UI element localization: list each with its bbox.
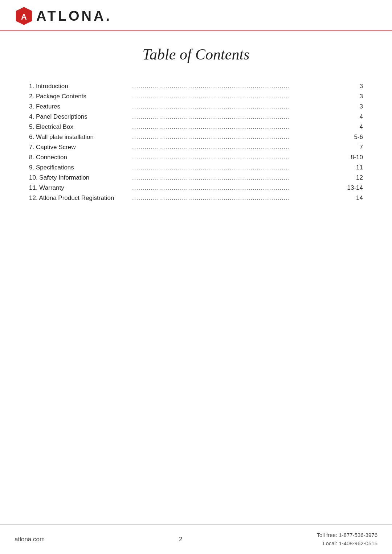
toc-item: 11. Warranty............................… — [29, 183, 363, 193]
toc-item-dots: ........................................… — [131, 164, 345, 171]
toc-item-page: 3 — [345, 93, 363, 100]
atlona-brand-name: ATLONA. — [36, 8, 112, 24]
toc-item-label: 11. Warranty — [29, 184, 131, 192]
toc-item-page: 13-14 — [345, 184, 363, 192]
toc-item-dots: ........................................… — [131, 184, 345, 192]
toc-item-page: 8-10 — [345, 154, 363, 161]
toc-item: 3. Features.............................… — [29, 102, 363, 112]
toc-list: 1. Introduction.........................… — [29, 81, 363, 203]
toc-item-label: 12. Atlona Product Registration — [29, 194, 131, 202]
toc-item-dots: ........................................… — [131, 174, 345, 181]
toc-item-page: 4 — [345, 113, 363, 120]
toc-item: 12. Atlona Product Registration.........… — [29, 193, 363, 203]
toc-item-dots: ........................................… — [131, 123, 345, 131]
toc-item: 6. Wall plate installation..............… — [29, 132, 363, 142]
toc-item-page: 7 — [345, 144, 363, 151]
toc-item-page: 3 — [345, 103, 363, 110]
page-footer: atlona.com 2 Toll free: 1-877-536-3976 L… — [0, 524, 392, 554]
toc-item-page: 14 — [345, 194, 363, 202]
toc-item: 1. Introduction.........................… — [29, 81, 363, 91]
svg-text:A: A — [21, 12, 27, 21]
toc-item-dots: ........................................… — [131, 103, 345, 110]
main-content: Table of Contents 1. Introduction.......… — [0, 31, 392, 524]
toc-item: 2. Package Contents.....................… — [29, 91, 363, 102]
toc-item-page: 5-6 — [345, 134, 363, 141]
toc-item-page: 12 — [345, 174, 363, 181]
toc-item: 9. Specifications.......................… — [29, 163, 363, 173]
toc-item-label: 3. Features — [29, 103, 131, 110]
toc-container: 1. Introduction.........................… — [29, 81, 363, 203]
toc-item-dots: ........................................… — [131, 113, 345, 120]
toc-item-label: 6. Wall plate installation — [29, 134, 131, 141]
footer-contact: Toll free: 1-877-536-3976 Local: 1-408-9… — [317, 531, 377, 547]
footer-page-number: 2 — [179, 536, 182, 543]
toc-item-page: 11 — [345, 164, 363, 171]
toc-item: 10. Safety Information..................… — [29, 173, 363, 183]
toc-item: 5. Electrical Box.......................… — [29, 122, 363, 132]
toc-item-dots: ........................................… — [131, 194, 345, 202]
toc-item-label: 4. Panel Descriptions — [29, 113, 131, 120]
footer-website: atlona.com — [15, 536, 45, 543]
page-title: Table of Contents — [29, 46, 363, 63]
toc-item-dots: ........................................… — [131, 83, 345, 90]
toc-item-dots: ........................................… — [131, 154, 345, 161]
toc-item-label: 9. Specifications — [29, 164, 131, 171]
toc-item-page: 4 — [345, 123, 363, 131]
toc-item-label: 1. Introduction — [29, 83, 131, 90]
toc-item-label: 7. Captive Screw — [29, 144, 131, 151]
page-header: A ATLONA. — [0, 0, 392, 31]
toc-item-dots: ........................................… — [131, 144, 345, 151]
toc-item-dots: ........................................… — [131, 134, 345, 141]
toc-item-label: 8. Connection — [29, 154, 131, 161]
toc-item-label: 2. Package Contents — [29, 93, 131, 100]
atlona-logo-icon: A — [15, 7, 33, 25]
atlona-logo: A ATLONA. — [15, 7, 112, 25]
toc-item-label: 5. Electrical Box — [29, 123, 131, 131]
toc-item-label: 10. Safety Information — [29, 174, 131, 181]
footer-local: Local: 1-408-962-0515 — [317, 539, 377, 548]
toc-item-dots: ........................................… — [131, 93, 345, 100]
toc-item-page: 3 — [345, 83, 363, 90]
toc-item: 4. Panel Descriptions...................… — [29, 112, 363, 122]
toc-item: 8. Connection...........................… — [29, 152, 363, 163]
toc-item: 7. Captive Screw........................… — [29, 142, 363, 152]
footer-toll-free: Toll free: 1-877-536-3976 — [317, 531, 377, 539]
